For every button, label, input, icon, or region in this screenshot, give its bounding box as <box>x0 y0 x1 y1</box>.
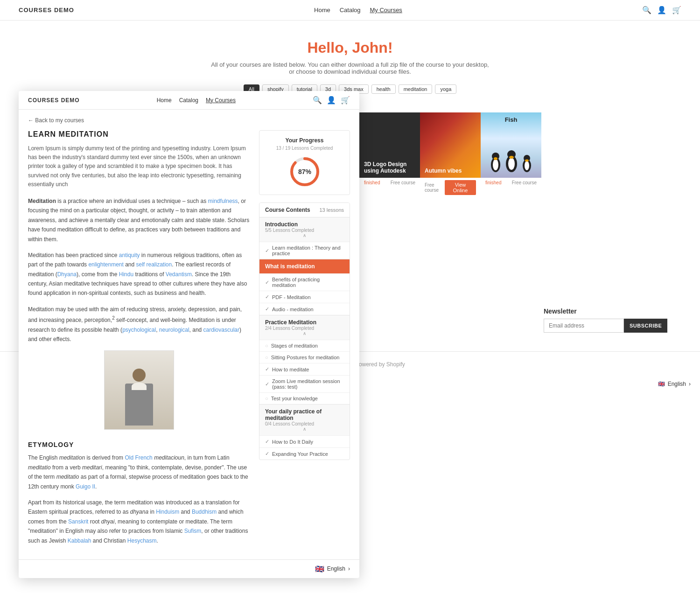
front-cart-icon[interactable]: 🛒 <box>341 96 350 105</box>
newsletter-email-input[interactable] <box>544 319 624 333</box>
card-title-fish: Fish <box>505 116 518 123</box>
link-buddhism[interactable]: Buddhism <box>192 509 217 515</box>
link-neurological[interactable]: neurological <box>159 327 189 333</box>
front-user-icon[interactable]: 👤 <box>327 96 336 105</box>
link-antiquity[interactable]: antiquity <box>119 252 140 258</box>
link-hesychasm[interactable]: Hesychasm <box>127 537 157 544</box>
check-icon-theory: ✓ <box>265 248 269 254</box>
back-link[interactable]: Back to my courses <box>28 117 350 124</box>
front-body: Back to my courses LEARN MEDITATION Lore… <box>19 110 359 559</box>
card-type-free3: Free course <box>512 180 537 185</box>
link-vedantism[interactable]: Vedantism <box>166 271 192 278</box>
newsletter-subscribe-btn[interactable]: SUBSCRIBE <box>624 319 667 333</box>
cc-item-test[interactable]: ○ Test your knowledge <box>259 392 350 404</box>
cc-count: 13 lessons <box>319 207 344 213</box>
link-mindfulness[interactable]: mindfulness <box>208 198 238 204</box>
filter-meditation[interactable]: meditation <box>399 84 433 94</box>
front-nav-catalog[interactable]: Catalog <box>179 97 198 104</box>
right-col: Your Progress 13 / 19 Lessons Completed … <box>259 130 350 552</box>
check-icon-benefits: ✓ <box>265 279 269 286</box>
svg-point-5 <box>508 158 515 170</box>
card-type-free: Free course <box>391 180 415 185</box>
card-title-autumn: Autumn vibes <box>425 167 462 174</box>
cc-section-name-intro: Introduction <box>265 221 344 228</box>
link-sufism[interactable]: Sufism <box>184 528 202 534</box>
cc-section-practice: Practice Meditation 2/4 Lessons Complete… <box>259 315 350 404</box>
hero-title: Hello, John! <box>9 39 691 56</box>
cc-section-what: What is meditation ✓ Benefits of practic… <box>259 259 350 315</box>
filter-yoga[interactable]: yoga <box>435 84 456 94</box>
article-para1: Meditation has been practiced since anti… <box>28 251 250 298</box>
course-card-autumn: Autumn vibes Free course View Online <box>420 112 481 197</box>
cc-item-text-postures: Sitting Postures for meditation <box>271 355 340 360</box>
check-icon-audio: ✓ <box>265 306 269 312</box>
flag-icon: 🇬🇧 <box>315 565 324 573</box>
link-psychological[interactable]: psychological <box>122 327 156 333</box>
article-para2: Meditation may be used with the aim of r… <box>28 305 250 344</box>
link-old-french[interactable]: Old French <box>125 454 152 461</box>
svg-point-11 <box>525 160 529 162</box>
cc-item-expanding[interactable]: ✓ Expanding Your Practice <box>259 447 350 460</box>
cc-item-text-daily-how: How to Do It Daily <box>272 439 313 445</box>
filter-health[interactable]: health <box>371 84 396 94</box>
link-kabbalah[interactable]: Kabbalah <box>68 537 91 544</box>
user-icon[interactable]: 👤 <box>657 6 666 14</box>
main-content: LEARN MEDITATION Lorem Ipsum is simply d… <box>28 130 350 552</box>
cc-item-postures[interactable]: ○ Sitting Postures for meditation <box>259 351 350 363</box>
check-icon-postures: ○ <box>265 355 268 360</box>
link-cardiovascular[interactable]: cardiovascular <box>203 327 239 333</box>
check-icon-daily-how: ✓ <box>265 439 269 445</box>
cc-item-pdf[interactable]: ✓ PDF - Meditation <box>259 291 350 303</box>
article-image <box>104 350 174 430</box>
link-hindu[interactable]: Hindu <box>119 271 133 278</box>
front-header-icons: 🔍 👤 🛒 <box>313 96 350 105</box>
cc-chevron-daily: ∧ <box>265 426 344 432</box>
cc-section-header-daily[interactable]: Your daily practice of meditation 0/4 Le… <box>259 405 350 435</box>
link-dhyana[interactable]: Dhyana <box>57 271 77 278</box>
check-icon-expanding: ✓ <box>265 451 269 457</box>
cc-item-audio[interactable]: ✓ Audio - meditation <box>259 303 350 315</box>
cc-section-header-what[interactable]: What is meditation <box>259 259 350 273</box>
front-nav-home[interactable]: Home <box>157 97 172 104</box>
link-guigo[interactable]: Guigo II <box>76 483 95 490</box>
bg-nav-my-courses[interactable]: My Courses <box>370 7 402 14</box>
cc-section-name-practice: Practice Meditation <box>265 319 344 326</box>
cc-item-text-stages: Stages of meditation <box>271 343 318 349</box>
cc-item-stages[interactable]: ○ Stages of meditation <box>259 340 350 351</box>
bg-nav-catalog[interactable]: Catalog <box>340 7 361 14</box>
cc-item-how-meditate[interactable]: ✓ How to meditate <box>259 363 350 375</box>
link-sanskrit[interactable]: Sanskrit <box>68 518 88 525</box>
progress-subtitle: 13 / 19 Lessons Completed <box>266 146 343 151</box>
bg-header: COURSES DEMO Home Catalog My Courses 🔍 👤… <box>0 0 700 21</box>
link-self-realization[interactable]: self realization <box>136 261 172 268</box>
search-icon[interactable]: 🔍 <box>642 6 651 14</box>
cc-section-header-practice[interactable]: Practice Meditation 2/4 Lessons Complete… <box>259 315 350 340</box>
language-bar[interactable]: 🇬🇧 English › <box>19 559 359 578</box>
bg-header-icons: 🔍 👤 🛒 <box>642 6 681 14</box>
front-logo: COURSES DEMO <box>28 97 80 104</box>
svg-text:87%: 87% <box>298 168 311 175</box>
front-nav-my-courses[interactable]: My Courses <box>206 97 236 104</box>
language-label: English <box>327 565 345 572</box>
course-title: LEARN MEDITATION <box>28 130 250 139</box>
cc-item-zoom[interactable]: ✓ Zoom Live meditation session (pass: te… <box>259 375 350 392</box>
cc-item-benefits[interactable]: ✓ Benefits of practicing meditation <box>259 273 350 291</box>
link-enlightenment[interactable]: enlightenment <box>88 261 123 268</box>
link-hinduism[interactable]: Hinduism <box>156 509 179 515</box>
etymology-title: ETYMOLOGY <box>28 441 250 448</box>
bg-nav-home[interactable]: Home <box>314 7 330 14</box>
cc-item-theory[interactable]: ✓ Learn meditation : Theory and practice <box>259 242 350 259</box>
course-contents-card: Course Contents 13 lessons Introduction … <box>259 202 350 460</box>
view-online-btn-autumn[interactable]: View Online <box>445 180 476 195</box>
svg-point-1 <box>493 159 498 170</box>
cc-section-sub-practice: 2/4 Lessons Completed <box>265 326 344 331</box>
cc-section-introduction: Introduction 5/5 Lessons Completed ∧ ✓ L… <box>259 217 350 259</box>
cart-icon[interactable]: 🛒 <box>672 6 681 14</box>
cc-section-header-intro[interactable]: Introduction 5/5 Lessons Completed ∧ <box>259 217 350 242</box>
bg-logo: COURSES DEMO <box>19 7 74 14</box>
cc-section-sub-daily: 0/4 Lessons Completed <box>265 421 344 426</box>
front-search-icon[interactable]: 🔍 <box>313 96 322 105</box>
cc-item-daily-how[interactable]: ✓ How to Do It Daily <box>259 435 350 447</box>
cc-section-name-daily: Your daily practice of meditation <box>265 408 344 421</box>
card-type-free2: Free course <box>425 182 445 193</box>
